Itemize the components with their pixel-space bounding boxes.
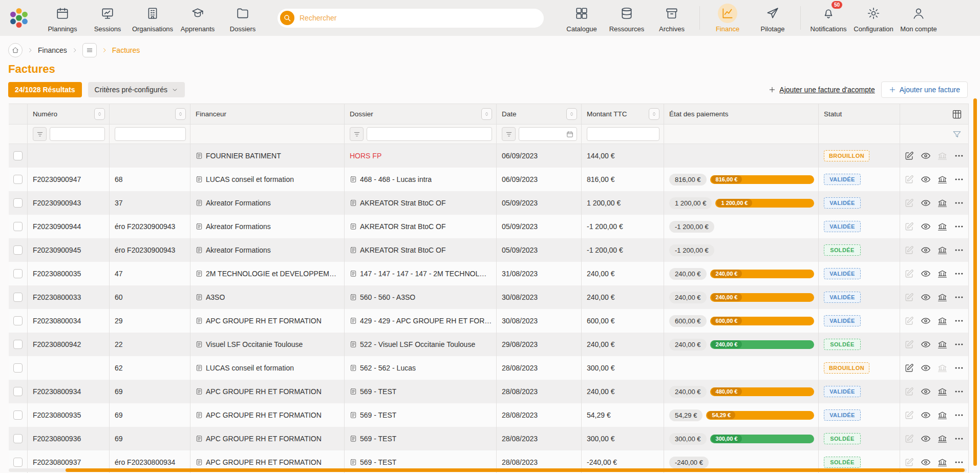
view-icon[interactable] bbox=[921, 269, 931, 279]
more-actions-icon[interactable] bbox=[954, 434, 964, 444]
edit-icon[interactable] bbox=[904, 151, 914, 161]
sort-icon[interactable] bbox=[566, 108, 577, 120]
nav-item-notifications[interactable]: 50 Notifications bbox=[806, 4, 851, 33]
row-checkbox[interactable] bbox=[13, 340, 23, 349]
filter-lines-icon[interactable] bbox=[350, 127, 364, 141]
breadcrumb-factures[interactable]: Factures bbox=[112, 46, 140, 54]
edit-icon[interactable] bbox=[904, 387, 914, 397]
ref-filter-input[interactable] bbox=[115, 127, 186, 141]
more-actions-icon[interactable] bbox=[954, 221, 964, 232]
row-checkbox[interactable] bbox=[13, 458, 23, 467]
more-actions-icon[interactable] bbox=[954, 174, 964, 184]
nav-item-archives[interactable]: Archives bbox=[649, 4, 694, 33]
nav-item-sessions[interactable]: Sessions bbox=[85, 4, 130, 33]
edit-icon[interactable] bbox=[904, 434, 914, 444]
view-icon[interactable] bbox=[921, 151, 931, 161]
view-icon[interactable] bbox=[921, 292, 931, 302]
row-checkbox[interactable] bbox=[13, 245, 23, 255]
add-invoice-button[interactable]: Ajouter une facture bbox=[881, 81, 968, 98]
nav-item-dossiers[interactable]: Dossiers bbox=[220, 4, 265, 33]
nav-item-ressources[interactable]: Ressources bbox=[604, 4, 649, 33]
search-input[interactable] bbox=[294, 14, 541, 22]
bank-icon[interactable] bbox=[938, 198, 947, 208]
view-icon[interactable] bbox=[921, 174, 931, 184]
sort-icon[interactable] bbox=[481, 108, 492, 120]
menu-icon[interactable] bbox=[82, 43, 97, 57]
view-icon[interactable] bbox=[921, 363, 931, 373]
bank-icon[interactable] bbox=[938, 316, 947, 326]
view-icon[interactable] bbox=[921, 434, 931, 444]
view-icon[interactable] bbox=[921, 221, 931, 232]
edit-icon[interactable] bbox=[904, 410, 914, 420]
view-icon[interactable] bbox=[921, 245, 931, 255]
row-checkbox[interactable] bbox=[13, 387, 23, 396]
bank-icon[interactable] bbox=[938, 410, 947, 420]
app-logo-icon[interactable] bbox=[7, 6, 31, 30]
bank-icon[interactable] bbox=[938, 363, 947, 373]
view-icon[interactable] bbox=[921, 386, 931, 397]
edit-icon[interactable] bbox=[904, 175, 914, 184]
horizontal-scrollbar-thumb[interactable] bbox=[66, 468, 965, 472]
row-checkbox[interactable] bbox=[13, 293, 23, 302]
sort-icon[interactable] bbox=[649, 108, 659, 120]
more-actions-icon[interactable] bbox=[954, 363, 964, 373]
more-actions-icon[interactable] bbox=[954, 386, 964, 397]
more-actions-icon[interactable] bbox=[954, 198, 964, 208]
view-icon[interactable] bbox=[921, 198, 931, 208]
nav-item-apprenants[interactable]: Apprenants bbox=[175, 4, 220, 33]
montant-filter-input[interactable] bbox=[587, 127, 659, 141]
sort-icon[interactable] bbox=[175, 108, 186, 120]
view-icon[interactable] bbox=[921, 457, 931, 467]
row-checkbox[interactable] bbox=[13, 269, 23, 278]
row-checkbox[interactable] bbox=[13, 198, 23, 208]
preconfigured-criteria-dropdown[interactable]: Critères pré-configurés bbox=[88, 82, 185, 97]
filter-lines-icon[interactable] bbox=[502, 127, 516, 141]
bank-icon[interactable] bbox=[938, 387, 947, 397]
bank-icon[interactable] bbox=[938, 458, 947, 467]
row-checkbox[interactable] bbox=[13, 222, 23, 231]
more-actions-icon[interactable] bbox=[954, 457, 964, 467]
edit-icon[interactable] bbox=[904, 293, 914, 302]
more-actions-icon[interactable] bbox=[954, 410, 964, 420]
edit-icon[interactable] bbox=[904, 198, 914, 208]
view-icon[interactable] bbox=[921, 410, 931, 420]
nav-item-plannings[interactable]: Plannings bbox=[40, 4, 85, 33]
edit-icon[interactable] bbox=[904, 316, 914, 326]
home-icon[interactable] bbox=[8, 43, 23, 57]
calendar-icon[interactable] bbox=[566, 131, 573, 138]
row-checkbox[interactable] bbox=[13, 175, 23, 184]
bank-icon[interactable] bbox=[938, 269, 947, 279]
row-checkbox[interactable] bbox=[13, 410, 23, 420]
bank-icon[interactable] bbox=[938, 222, 947, 232]
add-deposit-invoice-link[interactable]: Ajouter une facture d'acompte bbox=[769, 86, 875, 94]
view-icon[interactable] bbox=[921, 316, 931, 326]
row-checkbox[interactable] bbox=[13, 434, 23, 443]
nav-item-organisations[interactable]: Organisations bbox=[130, 4, 175, 33]
row-checkbox[interactable] bbox=[13, 151, 23, 160]
more-actions-icon[interactable] bbox=[954, 316, 964, 326]
edit-icon[interactable] bbox=[904, 363, 914, 373]
nav-item-finance[interactable]: Finance bbox=[705, 4, 750, 33]
more-actions-icon[interactable] bbox=[954, 292, 964, 302]
more-actions-icon[interactable] bbox=[954, 269, 964, 279]
table-settings-icon[interactable] bbox=[952, 109, 962, 119]
nav-item-catalogue[interactable]: Catalogue bbox=[559, 4, 604, 33]
row-checkbox[interactable] bbox=[13, 363, 23, 373]
bank-icon[interactable] bbox=[938, 293, 947, 302]
nav-item-mon-compte[interactable]: Mon compte bbox=[896, 4, 941, 33]
edit-icon[interactable] bbox=[904, 222, 914, 232]
bank-icon[interactable] bbox=[938, 175, 947, 184]
breadcrumb-finances[interactable]: Finances bbox=[38, 46, 67, 54]
row-checkbox[interactable] bbox=[13, 316, 23, 325]
dossier-filter-input[interactable] bbox=[367, 127, 492, 141]
sort-icon[interactable] bbox=[94, 108, 105, 120]
vertical-scrollbar-thumb[interactable] bbox=[973, 98, 977, 466]
nav-item-pilotage[interactable]: Pilotage bbox=[750, 4, 795, 33]
edit-icon[interactable] bbox=[904, 340, 914, 349]
bank-icon[interactable] bbox=[938, 340, 947, 349]
view-icon[interactable] bbox=[921, 339, 931, 349]
nav-item-configuration[interactable]: Configuration bbox=[851, 4, 896, 33]
more-actions-icon[interactable] bbox=[954, 245, 964, 255]
edit-icon[interactable] bbox=[904, 245, 914, 255]
edit-icon[interactable] bbox=[904, 269, 914, 279]
